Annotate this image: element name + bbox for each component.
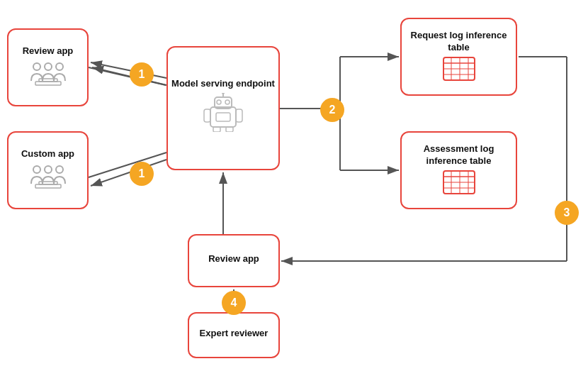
svg-rect-37: [236, 109, 242, 122]
svg-rect-21: [39, 79, 57, 82]
svg-line-4: [91, 62, 166, 78]
model-serving-endpoint: Model serving endpoint: [166, 46, 280, 170]
assessment-log-label: Assessment log inference table: [402, 143, 516, 167]
badge-3: 3: [555, 201, 579, 225]
custom-app-left: Custom app: [7, 131, 89, 209]
review-app-tl-label: Review app: [23, 45, 74, 57]
users-icon-tl: [30, 60, 67, 89]
diagram-container: Review app Custom app: [0, 0, 588, 371]
svg-rect-35: [216, 113, 230, 121]
svg-point-32: [225, 100, 230, 104]
svg-point-22: [33, 166, 40, 173]
custom-app-label: Custom app: [21, 148, 74, 160]
badge-1-top: 1: [130, 62, 154, 87]
svg-line-6: [91, 160, 166, 186]
table-icon-request: [443, 57, 475, 84]
users-icon-custom: [30, 162, 67, 192]
review-app-bc-label: Review app: [208, 253, 259, 265]
review-app-top-left: Review app: [7, 28, 89, 106]
badge-2: 2: [320, 98, 344, 122]
request-log-inference-table: Request log inference table: [400, 18, 517, 96]
svg-rect-27: [210, 107, 236, 127]
badge-1-bottom: 1: [130, 162, 154, 186]
svg-rect-38: [213, 127, 220, 132]
table-icon-assessment: [443, 170, 475, 197]
assessment-log-inference-table: Assessment log inference table: [400, 131, 517, 209]
svg-point-19: [56, 63, 63, 70]
model-serving-label: Model serving endpoint: [171, 78, 275, 90]
svg-rect-39: [226, 127, 233, 132]
svg-point-17: [33, 63, 40, 70]
svg-line-5: [89, 153, 166, 177]
svg-point-31: [217, 100, 221, 104]
request-log-label: Request log inference table: [402, 30, 516, 54]
svg-point-30: [222, 93, 225, 94]
svg-point-23: [45, 166, 52, 173]
svg-point-18: [45, 63, 52, 70]
review-app-bottom-center: Review app: [188, 234, 280, 287]
svg-line-3: [89, 67, 166, 85]
robot-icon: [202, 93, 244, 138]
expert-reviewer-box: Expert reviewer: [188, 312, 280, 358]
expert-reviewer-label: Expert reviewer: [200, 328, 268, 340]
badge-4: 4: [222, 291, 246, 315]
svg-rect-36: [204, 109, 210, 122]
svg-point-24: [56, 166, 63, 173]
svg-rect-26: [39, 182, 57, 184]
